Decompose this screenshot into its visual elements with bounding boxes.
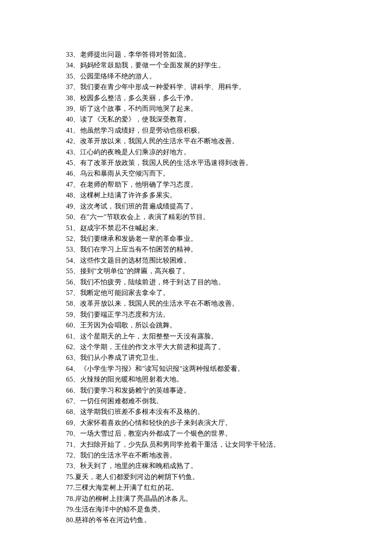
text-line: 35、公园里络绎不绝的游人。 [66, 71, 345, 81]
text-line: 38、校园多么整洁，多么美丽，多么干净。 [66, 92, 345, 103]
text-line: 54、这些作文题目的选材范围比较困难。 [66, 255, 345, 266]
text-line: 61、这个星期天的上午，太阳整整一天没有露脸。 [66, 331, 345, 341]
text-line: 72、我们的生活水平在不断地改善。 [66, 450, 345, 460]
text-line: 47、在老师的帮助下，他明确了学习态度。 [66, 179, 345, 190]
text-line: 46、乌云和暴雨从天空倾泻而下。 [66, 168, 345, 179]
text-line: 52、我们要继承和发扬老一辈的革命事业。 [66, 233, 345, 244]
text-line: 41、他虽然学习成绩好，但是劳动也很积极。 [66, 125, 345, 136]
text-line: 48、这棵树上结满了许许多多果实。 [66, 190, 345, 200]
text-line: 49、这次考试，我们班的普遍成绩提高了。 [66, 201, 345, 211]
text-line: 71、大扫除开始了，少先队员和男同学抢着干重活，让女同学干轻活。 [66, 439, 345, 450]
text-line: 53、我们在学习上应当有不怕困苦的精神。 [66, 244, 345, 254]
text-line: 73、秋天到了，地里的庄稼和晚稻成熟了。 [66, 460, 345, 471]
text-line: 70、一场大雪过后，教室内外都成了一个银色的世界。 [66, 428, 345, 439]
text-line: 67、一切任何困难都难不倒我。 [66, 396, 345, 406]
text-line: 80.慈祥的爷爷在河边钓鱼。 [66, 515, 345, 525]
text-line: 64、《小学生学习报》和"读写知识报"这两种报纸都爱看。 [66, 363, 345, 374]
text-line: 62、这个学期，王佳的作文水平大大前进和提高了。 [66, 341, 345, 352]
text-line: 77.三棵大海棠树上开满了红红的花。 [66, 482, 345, 493]
text-line: 56、我们不怕疲劳，陆续前进，终于到达了目的地。 [66, 277, 345, 287]
text-line: 58、改革开放以来，我国人民的生活水平在不断地改善。 [66, 298, 345, 309]
text-line: 68、这学期我们班差不多根本没有不及格的。 [66, 406, 345, 417]
text-line: 42、改革开放以来，我国人民的生活水平在不断地改善。 [66, 136, 345, 146]
text-line: 79.生活在海洋中的鲸不是鱼类。 [66, 504, 345, 515]
text-line: 43、江心屿的夜晚是人们乘凉的好地方。 [66, 147, 345, 157]
text-line: 40、读了《无私的爱》，使我深受教育。 [66, 114, 345, 124]
text-line: 75.夏天，老人们都爱到河边的树阴下钓鱼。 [66, 471, 345, 482]
text-line: 57、我断定他可能回家去拿伞了。 [66, 287, 345, 298]
text-line: 39、听了这个故事，不约而同地哭了起来。 [66, 103, 345, 114]
text-line: 45、有了改革开放政策，我国人民的生活水平迅速得到改善。 [66, 157, 345, 168]
document-page: 33、老师提出问题，李华答得对答如流。34、妈妈经常鼓励我，要做一个全面发展的好… [0, 0, 392, 555]
text-line: 78.岸边的柳树上挂满了亮晶晶的冰条儿。 [66, 493, 345, 504]
text-line: 60、王芳因为会唱歌，所以会跳舞。 [66, 320, 345, 330]
text-line: 63、我们从小养成了讲究卫生。 [66, 352, 345, 363]
text-line: 51、赵成宇不禁忍不住喊起来。 [66, 223, 345, 233]
text-line: 50、在"六一"节联欢会上，表演了精彩的节目。 [66, 211, 345, 222]
text-line: 37、我们要在青少年中形成一种爱科学、讲科学、用科学。 [66, 81, 345, 92]
text-line: 33、老师提出问题，李华答得对答如流。 [66, 49, 345, 60]
text-line: 69、大家怀着喜欢的心情和轻快的步子来到表演大厅。 [66, 417, 345, 428]
text-line: 65、火辣辣的阳光暖和地照射着大地。 [66, 374, 345, 384]
text-line: 59、我们要端正学习态度和方法。 [66, 309, 345, 320]
text-line: 34、妈妈经常鼓励我，要做一个全面发展的好学生。 [66, 60, 345, 70]
text-line: 55、接到"文明单位"的牌匾，高兴极了。 [66, 266, 345, 276]
text-line: 66、我们要学习和发扬赖宁的英雄事迹。 [66, 385, 345, 396]
